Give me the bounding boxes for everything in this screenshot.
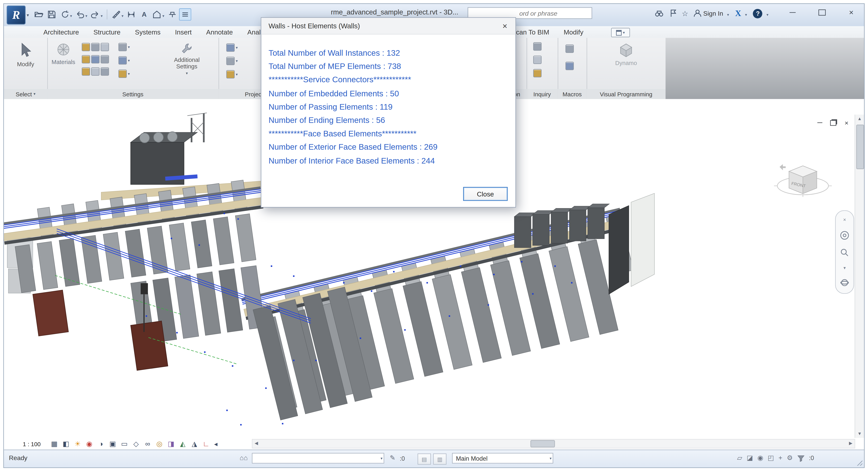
- communication-center-icon[interactable]: [669, 7, 677, 20]
- measure-dropdown-icon[interactable]: ▾: [121, 14, 123, 18]
- vertical-scrollbar[interactable]: ▲ ▼: [855, 115, 864, 438]
- ribbon-tab[interactable]: Modify: [556, 26, 590, 38]
- active-workset-select[interactable]: ▾: [252, 453, 384, 464]
- settings-icon[interactable]: [91, 43, 99, 51]
- search-help-icon[interactable]: [654, 7, 664, 20]
- settings-icon[interactable]: [82, 55, 90, 63]
- worksets-icon[interactable]: ⌂⌂: [240, 454, 248, 462]
- dynamo-button[interactable]: Dynamo: [587, 38, 665, 89]
- maximize-button[interactable]: [812, 6, 831, 19]
- additional-settings-button[interactable]: Additional Settings ▾: [164, 38, 210, 89]
- undo-icon[interactable]: [74, 8, 86, 21]
- view-control-icon[interactable]: ◎: [154, 438, 165, 450]
- selection-toggle-icon[interactable]: ◉: [757, 454, 763, 462]
- settings-icon[interactable]: [101, 55, 109, 63]
- modify-button[interactable]: Modify: [4, 38, 47, 89]
- exchange-apps-icon[interactable]: X: [735, 7, 741, 20]
- settings-icon[interactable]: [91, 67, 99, 76]
- orbit-icon[interactable]: [840, 278, 849, 287]
- design-option-select[interactable]: Main Model▾: [452, 453, 553, 464]
- undo-dropdown-icon[interactable]: ▾: [85, 14, 87, 18]
- save-icon[interactable]: [45, 8, 58, 21]
- filter-icon[interactable]: [797, 454, 804, 462]
- view-control-icon[interactable]: ☀: [72, 438, 83, 450]
- resize-grip[interactable]: [857, 460, 863, 466]
- selection-toggle-icon[interactable]: ▱: [737, 454, 742, 462]
- select-panel-label[interactable]: Select▾: [4, 89, 47, 99]
- selection-toggle-icon[interactable]: ◰: [768, 454, 774, 462]
- close-button[interactable]: ×: [842, 6, 861, 19]
- settings-icon[interactable]: [101, 67, 109, 76]
- selection-toggle-icon[interactable]: ⚙: [787, 454, 793, 462]
- worksharing-button-2[interactable]: ▥: [433, 453, 446, 465]
- view-control-icon[interactable]: ◇: [130, 438, 142, 450]
- dialog-close-button[interactable]: Close: [463, 187, 508, 201]
- thin-lines-icon[interactable]: [179, 8, 191, 21]
- aligned-dimension-icon[interactable]: [125, 8, 137, 21]
- view-close-icon[interactable]: ×: [842, 119, 851, 126]
- selection-toggle-icon[interactable]: +: [778, 454, 782, 462]
- scroll-left-icon[interactable]: ◀: [252, 440, 260, 447]
- application-menu-button[interactable]: R: [7, 5, 26, 24]
- ribbon-tab[interactable]: Insert: [168, 26, 199, 38]
- ribbon-tab[interactable]: Annotate: [199, 26, 240, 38]
- view-control-icon[interactable]: ◑: [95, 438, 107, 450]
- scroll-down-icon[interactable]: ▼: [855, 430, 864, 438]
- navbar-close-icon[interactable]: ×: [843, 217, 846, 223]
- default-3d-view-icon[interactable]: [151, 8, 163, 21]
- viewcube[interactable]: FRONT: [772, 150, 834, 206]
- view-minimize-icon[interactable]: [816, 119, 824, 126]
- settings-icon[interactable]: [82, 43, 90, 51]
- ribbon-tab[interactable]: Architecture: [36, 26, 86, 38]
- scroll-up-icon[interactable]: ▲: [855, 115, 864, 123]
- sync-dropdown-icon[interactable]: ▾: [70, 14, 72, 18]
- view-control-icon[interactable]: ◮: [189, 438, 200, 450]
- ribbon-display-toggle[interactable]: ▾: [611, 28, 630, 37]
- editable-only-icon[interactable]: ✎: [390, 454, 395, 462]
- help-dropdown-icon[interactable]: ▾: [766, 13, 768, 17]
- view-control-icon[interactable]: ∟: [200, 438, 212, 450]
- 3d-view-dropdown-icon[interactable]: ▾: [162, 14, 164, 18]
- settings-icon[interactable]: [82, 67, 90, 76]
- view-control-icon[interactable]: ◨: [165, 438, 177, 450]
- view-control-icon[interactable]: ▦: [49, 438, 60, 450]
- viewbar-collapse-icon[interactable]: ◂: [214, 440, 217, 448]
- dialog-close-icon[interactable]: ×: [499, 20, 511, 31]
- ribbon-tab[interactable]: Systems: [128, 26, 168, 38]
- favorites-icon[interactable]: ☆: [682, 7, 688, 20]
- section-icon[interactable]: [166, 8, 178, 21]
- sign-in-button[interactable]: Sign In: [693, 7, 723, 20]
- selection-toggle-icon[interactable]: ◪: [747, 454, 753, 462]
- settings-icon[interactable]: [101, 43, 109, 51]
- vertical-scrollbar-thumb[interactable]: [856, 125, 864, 169]
- help-icon[interactable]: ?: [753, 9, 763, 18]
- minimize-button[interactable]: [783, 6, 802, 19]
- text-icon[interactable]: A: [138, 8, 150, 21]
- exchange-dropdown-icon[interactable]: ▾: [745, 13, 747, 17]
- worksharing-button-1[interactable]: ▤: [417, 453, 431, 465]
- horizontal-scrollbar[interactable]: ◀ ▶: [252, 439, 855, 448]
- scroll-right-icon[interactable]: ▶: [847, 440, 855, 447]
- ribbon-tab[interactable]: Structure: [86, 26, 128, 38]
- view-scale-button[interactable]: 1 : 100: [23, 441, 41, 447]
- sign-in-dropdown-icon[interactable]: ▾: [727, 13, 729, 17]
- settings-icon[interactable]: [91, 55, 99, 63]
- view-control-icon[interactable]: ▭: [119, 438, 130, 450]
- materials-button[interactable]: Materials: [48, 38, 79, 89]
- horizontal-scrollbar-thumb[interactable]: [530, 440, 555, 447]
- view-control-icon[interactable]: ◧: [60, 438, 72, 450]
- measure-icon[interactable]: [110, 8, 122, 21]
- view-control-icon[interactable]: ▣: [107, 438, 119, 450]
- redo-icon[interactable]: [89, 8, 101, 21]
- navbar-expand-icon[interactable]: ▾: [843, 266, 846, 270]
- sync-with-central-icon[interactable]: [58, 8, 71, 21]
- redo-dropdown-icon[interactable]: ▾: [101, 14, 103, 18]
- application-menu-arrow-icon[interactable]: ▾: [27, 13, 29, 18]
- view-control-icon[interactable]: ◭: [177, 438, 189, 450]
- view-control-icon[interactable]: ◉: [83, 438, 95, 450]
- view-control-icon[interactable]: ∞: [142, 438, 154, 450]
- open-icon[interactable]: [33, 8, 45, 21]
- view-restore-icon[interactable]: [829, 119, 837, 126]
- navigation-wheel-icon[interactable]: [840, 230, 850, 240]
- zoom-icon[interactable]: [840, 248, 850, 258]
